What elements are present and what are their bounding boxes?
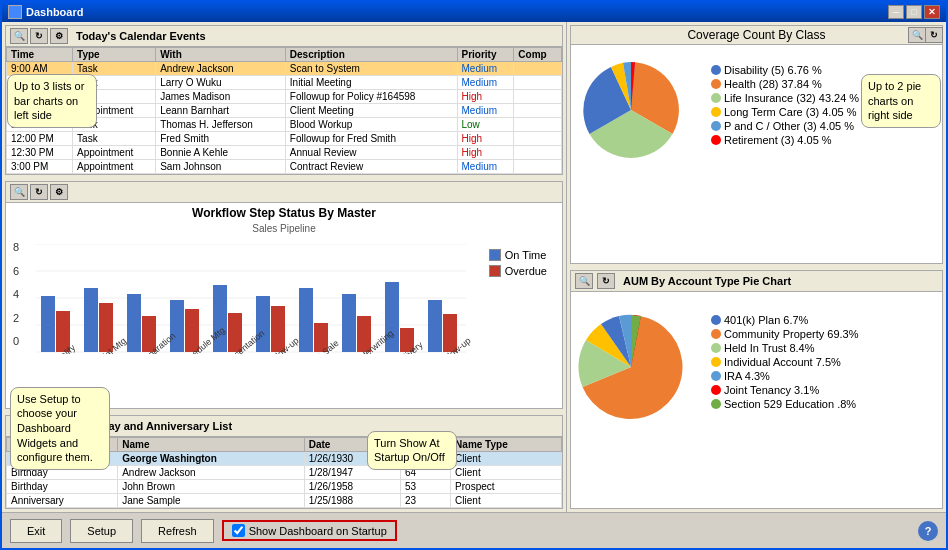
- callout-left: Up to 3 lists or bar charts on left side: [7, 74, 97, 128]
- coverage-section: Coverage Count By Class 🔍 ↻: [570, 25, 943, 264]
- coverage-dot: [711, 93, 721, 103]
- show-startup-container: Show Dashboard on Startup: [222, 520, 397, 541]
- cal-desc: Followup for Fred Smith: [285, 132, 457, 146]
- cal-desc: Contract Review: [285, 160, 457, 174]
- minimize-button[interactable]: ─: [888, 5, 904, 19]
- cal-with: Sam Johnson: [156, 160, 286, 174]
- col-description: Description: [285, 48, 457, 62]
- cal-priority: Low: [457, 118, 514, 132]
- aum-legend-label: Community Property 69.3%: [724, 328, 859, 340]
- coverage-legend-item: Retirement (3) 4.05 %: [711, 134, 859, 146]
- aum-section: 🔍 ↻ AUM By Account Type Pie Chart: [570, 270, 943, 509]
- coverage-legend: Disability (5) 6.76 %Health (28) 37.84 %…: [706, 64, 859, 148]
- coverage-refresh-btn[interactable]: ↻: [925, 27, 943, 43]
- calendar-toolbar: 🔍 ↻ ⚙: [10, 28, 68, 44]
- cal-with: Bonnie A Kehle: [156, 146, 286, 160]
- calendar-config-btn[interactable]: ⚙: [50, 28, 68, 44]
- svg-rect-23: [428, 300, 442, 352]
- cal-desc: Initial Meeting: [285, 76, 457, 90]
- coverage-dot: [711, 135, 721, 145]
- close-button[interactable]: ✕: [924, 5, 940, 19]
- bday-name: John Brown: [118, 480, 304, 494]
- chart-legend: On Time Overdue: [479, 239, 557, 379]
- workflow-search-btn[interactable]: 🔍: [10, 184, 28, 200]
- cal-time: 12:30 PM: [7, 146, 73, 160]
- ontime-color-swatch: [489, 249, 501, 261]
- cal-priority: Medium: [457, 76, 514, 90]
- workflow-chart-area: 8 6 4 2 0: [6, 234, 562, 384]
- bday-name: Jane Sample: [118, 494, 304, 508]
- cal-type: Task: [73, 132, 156, 146]
- bday-name: George Washington: [118, 452, 304, 466]
- cal-desc: Scan to System: [285, 62, 457, 76]
- aum-legend-label: Section 529 Education .8%: [724, 398, 856, 410]
- cal-with: Leann Barnhart: [156, 104, 286, 118]
- cal-priority: Medium: [457, 160, 514, 174]
- coverage-legend-item: P and C / Other (3) 4.05 %: [711, 120, 859, 132]
- coverage-search-btn[interactable]: 🔍: [908, 27, 926, 43]
- svg-rect-17: [299, 288, 313, 352]
- cal-type: Appointment: [73, 146, 156, 160]
- aum-search-btn[interactable]: 🔍: [575, 273, 593, 289]
- coverage-legend-label: Health (28) 37.84 %: [724, 78, 822, 90]
- workflow-refresh-btn[interactable]: ↻: [30, 184, 48, 200]
- cal-time: 12:00 PM: [7, 132, 73, 146]
- bday-nametype: Client: [451, 494, 562, 508]
- svg-rect-7: [84, 288, 98, 352]
- aum-dot: [711, 343, 721, 353]
- bday-type: Anniversary: [7, 494, 118, 508]
- refresh-button[interactable]: Refresh: [141, 519, 214, 543]
- col-time: Time: [7, 48, 73, 62]
- setup-button[interactable]: Setup: [70, 519, 133, 543]
- cal-priority: Medium: [457, 104, 514, 118]
- title-bar-text: Dashboard: [8, 5, 83, 19]
- coverage-legend-label: P and C / Other (3) 4.05 %: [724, 120, 854, 132]
- callout-setup: Use Setup to choose your Dashboard Widge…: [10, 387, 110, 470]
- coverage-legend-label: Retirement (3) 4.05 %: [724, 134, 832, 146]
- calendar-title: Today's Calendar Events: [76, 30, 206, 42]
- bday-nametype: Client: [451, 452, 562, 466]
- bday-age: 53: [400, 480, 450, 494]
- coverage-dot: [711, 65, 721, 75]
- aum-legend: 401(k) Plan 6.7%Community Property 69.3%…: [706, 314, 859, 412]
- aum-legend-label: Joint Tenancy 3.1%: [724, 384, 819, 396]
- cal-with: Larry O Wuku: [156, 76, 286, 90]
- cal-with: Andrew Jackson: [156, 62, 286, 76]
- workflow-config-btn[interactable]: ⚙: [50, 184, 68, 200]
- cal-comp: [514, 104, 562, 118]
- aum-refresh-btn[interactable]: ↻: [597, 273, 615, 289]
- callout-right: Up to 2 pie charts on right side: [861, 74, 941, 128]
- main-content: Up to 3 lists or bar charts on left side…: [2, 22, 946, 512]
- calendar-header: 🔍 ↻ ⚙ Today's Calendar Events: [6, 26, 562, 47]
- cal-comp: [514, 160, 562, 174]
- aum-legend-label: 401(k) Plan 6.7%: [724, 314, 808, 326]
- aum-legend-item: Individual Account 7.5%: [711, 356, 859, 368]
- ontime-label: On Time: [505, 249, 547, 261]
- svg-rect-19: [342, 294, 356, 352]
- show-startup-checkbox[interactable]: [232, 524, 245, 537]
- show-startup-label: Show Dashboard on Startup: [249, 525, 387, 537]
- cal-priority: High: [457, 146, 514, 160]
- coverage-title: Coverage Count By Class: [687, 28, 825, 42]
- exit-button[interactable]: Exit: [10, 519, 62, 543]
- title-bar: Dashboard ─ □ ✕: [2, 2, 946, 22]
- workflow-subtitle: Sales Pipeline: [6, 223, 562, 234]
- aum-dot: [711, 385, 721, 395]
- aum-dot: [711, 315, 721, 325]
- calendar-search-btn[interactable]: 🔍: [10, 28, 28, 44]
- aum-legend-item: Section 529 Education .8%: [711, 398, 859, 410]
- workflow-title: Workflow Step Status By Master: [6, 203, 562, 223]
- cal-comp: [514, 118, 562, 132]
- help-button[interactable]: ?: [918, 521, 938, 541]
- bottom-bar: Exit Setup Refresh Show Dashboard on Sta…: [2, 512, 946, 548]
- bday-name: Andrew Jackson: [118, 466, 304, 480]
- cal-comp: [514, 132, 562, 146]
- workflow-header: 🔍 ↻ ⚙: [6, 182, 562, 203]
- aum-legend-label: Held In Trust 8.4%: [724, 342, 815, 354]
- col-type: Type: [73, 48, 156, 62]
- aum-header: 🔍 ↻ AUM By Account Type Pie Chart: [571, 271, 942, 292]
- maximize-button[interactable]: □: [906, 5, 922, 19]
- calendar-refresh-btn[interactable]: ↻: [30, 28, 48, 44]
- cal-type: Appointment: [73, 160, 156, 174]
- aum-dot: [711, 371, 721, 381]
